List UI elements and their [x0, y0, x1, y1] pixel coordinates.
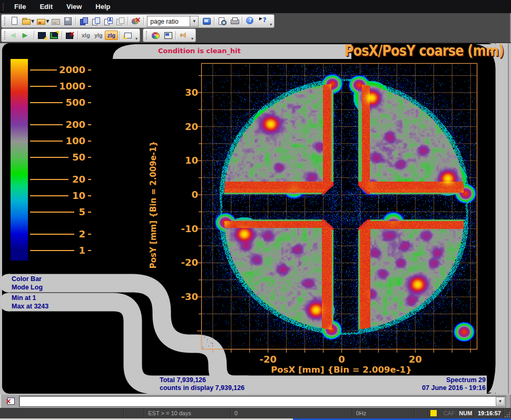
- colorbar-tick-label: 2: [32, 228, 85, 239]
- dropdown-arrow-icon[interactable]: ▼: [46, 19, 49, 24]
- colorbar-tick-dash: [88, 234, 91, 235]
- minmax-lens[interactable]: Min at 1 Max at 3243: [12, 294, 101, 311]
- colorbar-gradient: [11, 59, 28, 261]
- paste-blue-button[interactable]: [77, 15, 90, 27]
- colorbar-lens-line1: Color Bar: [12, 275, 101, 283]
- clear-image-button[interactable]: [64, 29, 76, 41]
- nav-forward-button[interactable]: [20, 29, 32, 41]
- toolbar-separator: [75, 17, 76, 25]
- menu-file[interactable]: File: [7, 1, 33, 13]
- colorbar-tick-label: 10: [32, 190, 85, 201]
- status-bar: EST > = 10 days00HzCAPNUM19:16:57: [0, 408, 511, 418]
- paste-gray-button[interactable]: [114, 15, 126, 27]
- open-remote-button[interactable]: [35, 15, 47, 27]
- open-file-button[interactable]: [20, 15, 32, 27]
- displayed-counts: counts in display 7,939,126: [160, 384, 244, 392]
- zoom-image-button[interactable]: [36, 29, 48, 41]
- x-tick-label: -20: [250, 354, 287, 365]
- draw-rectangle-button[interactable]: [122, 29, 134, 41]
- y-tick-label: -10: [165, 223, 198, 234]
- toolbar-overflow-icon[interactable]: ▾: [191, 36, 193, 42]
- status-segment: [415, 408, 428, 418]
- colorbar-tick-dash: [88, 141, 91, 142]
- display-screen-icon: [202, 17, 211, 25]
- status-indicator-yellow: [430, 410, 437, 416]
- page-ratio-dropdown-button[interactable]: ▼: [190, 16, 199, 27]
- print-preview-button[interactable]: [216, 15, 228, 27]
- context-help-button[interactable]: [256, 15, 268, 27]
- application-window: FileEditViewHelp ▼▼page ratio▼▾ xlgylgzl…: [0, 0, 511, 420]
- form-clear-icon[interactable]: [6, 397, 15, 405]
- toolbar-grip[interactable]: [4, 17, 6, 25]
- y-tick-label: 20: [165, 121, 198, 132]
- position-heatmap-plot[interactable]: [202, 64, 477, 349]
- status-segment: 0: [231, 408, 352, 418]
- help-button[interactable]: [244, 15, 256, 27]
- close-file-icon: [51, 17, 61, 25]
- paste-page-button[interactable]: [90, 15, 102, 27]
- toolbar-grip[interactable]: [4, 31, 6, 39]
- print-button[interactable]: [228, 15, 240, 27]
- dropdown-arrow-icon[interactable]: ▼: [31, 19, 34, 24]
- zoom-image-plus-button[interactable]: [48, 29, 60, 41]
- x-axis-title: PosX [mm] {Bin = 2.009e-1}: [241, 365, 441, 375]
- command-input[interactable]: ▼: [19, 396, 506, 407]
- scale-zlg-button[interactable]: zlg: [105, 31, 118, 40]
- close-file-button[interactable]: [50, 15, 62, 27]
- palette-button[interactable]: [150, 29, 162, 41]
- toolbar-separator: [34, 31, 34, 39]
- spectrum-datetime: 07 June 2016 - 19:16: [328, 384, 486, 392]
- open-file-icon: [22, 17, 31, 25]
- colorbar-tick-label: 20: [32, 174, 85, 185]
- spectrum-info: Spectrum 29 07 June 2016 - 19:16: [328, 376, 486, 392]
- toolbar-overflow-icon[interactable]: ▾: [135, 36, 137, 42]
- display-screen-button[interactable]: [200, 15, 212, 27]
- save-button[interactable]: [62, 15, 74, 27]
- y-tick-label: -30: [165, 291, 198, 302]
- toolbar-separator: [143, 17, 144, 25]
- status-segment: EST > = 10 days: [144, 408, 231, 418]
- y-tick-label: 0: [165, 189, 198, 200]
- paste-text-button[interactable]: [102, 15, 114, 27]
- minmax-lens-line2: Max at 3243: [12, 302, 101, 311]
- toolbar-extras: ▾: [143, 28, 196, 42]
- palette-icon: [151, 31, 161, 39]
- toolbar-overflow-icon[interactable]: ▾: [270, 22, 272, 27]
- command-combo-row: ▼: [0, 395, 511, 408]
- menu-view[interactable]: View: [60, 1, 89, 13]
- colorbar-mode-lens[interactable]: Color Bar Mode Log: [12, 275, 101, 292]
- toolbar-separator: [120, 31, 120, 39]
- x-tick-label: 0: [323, 354, 360, 365]
- toolbar-separator: [175, 31, 176, 39]
- colorbar-tick-dash: [88, 212, 91, 213]
- page-ratio-value[interactable]: page ratio: [147, 16, 190, 27]
- colorbar-lens-line2: Mode Log: [12, 283, 101, 292]
- caps-lock-indicator: CAP: [440, 408, 456, 418]
- colorbar-tick-label: 5: [32, 206, 85, 217]
- scale-xlg-button[interactable]: xlg: [80, 31, 92, 39]
- resize-grip[interactable]: [504, 412, 511, 418]
- spectrum-number: Spectrum 29: [328, 376, 486, 384]
- minmax-lens-line1: Min at 1: [12, 294, 101, 302]
- help-icon: [245, 17, 255, 25]
- screen-settings-button[interactable]: [162, 29, 174, 41]
- x-tick-label: 20: [397, 354, 434, 365]
- colorbar-tick-dash: [88, 124, 91, 125]
- toolbar-grip[interactable]: [146, 31, 148, 39]
- nav-back-button[interactable]: [8, 29, 20, 41]
- draw-rectangle-icon: [123, 31, 133, 39]
- colorbar-tick-label: 1000: [32, 81, 85, 92]
- sound-button[interactable]: [178, 29, 190, 41]
- menu-edit[interactable]: Edit: [33, 1, 60, 13]
- colorbar-tick-dash: [88, 157, 91, 158]
- colorbar-tick-dash: [88, 86, 91, 87]
- command-dropdown-button[interactable]: ▼: [496, 397, 505, 406]
- toolbar-separator: [62, 31, 62, 39]
- menu-help[interactable]: Help: [89, 1, 117, 13]
- scale-ylg-button[interactable]: ylg: [92, 31, 105, 39]
- page-ratio-combo[interactable]: page ratio▼: [147, 16, 199, 27]
- new-doc-button[interactable]: [8, 15, 20, 27]
- palette-clear-button[interactable]: [130, 15, 142, 27]
- colorbar-tick-label: 200: [32, 119, 85, 130]
- paste-blue-icon: [79, 17, 89, 25]
